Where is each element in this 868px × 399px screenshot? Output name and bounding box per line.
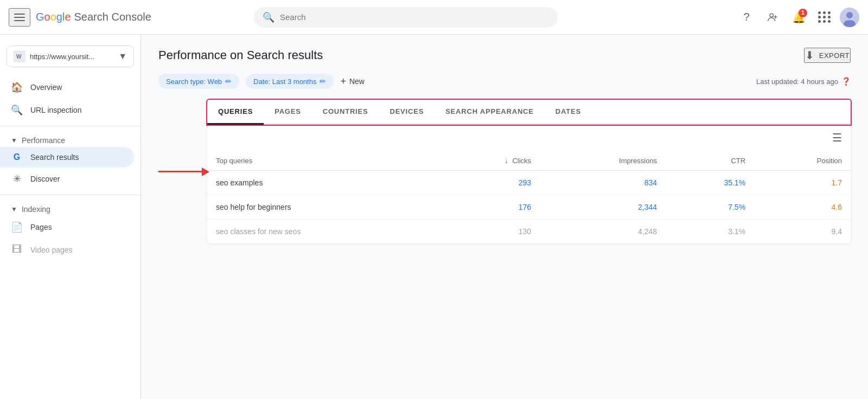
svg-point-0 xyxy=(770,14,773,17)
sidebar-item-video-pages-label: Video pages xyxy=(30,246,73,254)
edit-search-type-icon: ✏ xyxy=(225,77,232,86)
google-g-icon: G xyxy=(11,152,23,162)
cell-query-0: seo examples xyxy=(207,171,439,195)
tab-search-appearance[interactable]: SEARCH APPEARANCE xyxy=(435,100,545,125)
date-label: Date: Last 3 months xyxy=(253,78,316,86)
main-content: Performance on Search results ⬇ EXPORT S… xyxy=(141,35,868,399)
cell-impressions-0: 834 xyxy=(540,171,666,195)
tab-countries[interactable]: COUNTRIES xyxy=(312,100,379,125)
arrow-line xyxy=(158,171,202,172)
table-section: ☰ Top queries ↓ Clicks xyxy=(207,125,851,243)
pages-icon: 📄 xyxy=(11,221,23,233)
layout: W https://www.yoursit... ▼ 🏠 Overview 🔍 … xyxy=(0,35,868,399)
indexing-collapse-arrow: ▼ xyxy=(11,205,17,213)
tab-queries[interactable]: QUERIES xyxy=(207,100,264,125)
cell-ctr-1: 7.5% xyxy=(666,195,754,220)
apps-button[interactable] xyxy=(814,7,835,28)
site-selector[interactable]: W https://www.yoursit... ▼ xyxy=(7,46,134,67)
video-pages-icon: 🎞 xyxy=(11,244,23,255)
cell-clicks-2: 130 xyxy=(439,220,540,244)
discover-icon: ✳ xyxy=(11,173,23,185)
cell-ctr-0: 35.1% xyxy=(666,171,754,195)
header-left: Google Search Console xyxy=(9,8,247,27)
home-icon: 🏠 xyxy=(11,81,23,93)
table-row: seo examples 293 834 35.1% 1.7 xyxy=(207,171,851,195)
help-icon: ? xyxy=(743,11,749,23)
new-filter-button[interactable]: + New xyxy=(340,76,365,87)
sidebar-item-search-results[interactable]: G Search results xyxy=(0,147,134,168)
col-header-clicks[interactable]: ↓ Clicks xyxy=(439,151,540,171)
table-row: seo help for beginners 176 2,344 7.5% 4.… xyxy=(207,195,851,220)
date-chip[interactable]: Date: Last 3 months ✏ xyxy=(246,74,334,89)
avatar[interactable] xyxy=(840,8,859,27)
help-button[interactable]: ? xyxy=(736,7,757,28)
sidebar-item-video-pages[interactable]: 🎞 Video pages xyxy=(0,239,134,261)
download-icon: ⬇ xyxy=(805,49,815,62)
site-favicon: W xyxy=(14,50,25,62)
sidebar-item-pages-label: Pages xyxy=(30,223,52,231)
svg-point-2 xyxy=(846,12,853,18)
notifications-button[interactable]: 🔔 1 xyxy=(788,7,809,28)
cell-impressions-2: 4,248 xyxy=(540,220,666,244)
tab-pages[interactable]: PAGES xyxy=(264,100,312,125)
logo-product-name: Search Console xyxy=(74,11,151,23)
tabs-wrapper: QUERIES PAGES COUNTRIES DEVICES SEARCH A… xyxy=(207,100,851,243)
export-button[interactable]: ⬇ EXPORT xyxy=(804,48,851,63)
filter-row: Search type: Web ✏ Date: Last 3 months ✏… xyxy=(158,74,851,89)
sidebar-indexing-section[interactable]: ▼ Indexing xyxy=(0,200,141,216)
new-filter-label: New xyxy=(349,77,365,86)
sidebar-performance-section[interactable]: ▼ Performance xyxy=(0,131,141,147)
last-updated-help-icon: ❓ xyxy=(841,77,851,86)
export-label: EXPORT xyxy=(819,52,850,60)
cell-clicks-1: 176 xyxy=(439,195,540,220)
url-inspection-icon: 🔍 xyxy=(11,104,23,116)
indexing-section-label: Indexing xyxy=(22,205,50,214)
performance-collapse-arrow: ▼ xyxy=(11,137,17,144)
notification-badge: 1 xyxy=(799,9,807,17)
search-input[interactable] xyxy=(280,12,549,22)
manage-users-button[interactable] xyxy=(762,7,783,28)
table-toolbar: ☰ xyxy=(207,125,851,151)
tab-dates[interactable]: DATES xyxy=(545,100,592,125)
site-url-label: https://www.yoursit... xyxy=(30,53,114,61)
sidebar-divider-1 xyxy=(0,126,141,126)
cell-impressions-1: 2,344 xyxy=(540,195,666,220)
table-header-row: Top queries ↓ Clicks Impressions CTR xyxy=(207,151,851,171)
hamburger-menu[interactable] xyxy=(9,8,30,27)
cell-query-1: seo help for beginners xyxy=(207,195,439,220)
sidebar-divider-2 xyxy=(0,195,141,195)
manage-users-icon xyxy=(767,11,778,23)
col-header-position[interactable]: Position xyxy=(754,151,851,171)
main-header: Performance on Search results ⬇ EXPORT xyxy=(158,48,851,63)
sidebar-item-discover[interactable]: ✳ Discover xyxy=(0,168,134,190)
cell-clicks-0: 293 xyxy=(439,171,540,195)
cell-position-2: 9.4 xyxy=(754,220,851,244)
site-dropdown-arrow: ▼ xyxy=(118,52,127,61)
sort-down-icon: ↓ xyxy=(505,156,508,165)
queries-table: Top queries ↓ Clicks Impressions CTR xyxy=(207,151,851,243)
sidebar: W https://www.yoursit... ▼ 🏠 Overview 🔍 … xyxy=(0,35,141,399)
svg-text:W: W xyxy=(16,54,22,60)
search-type-chip[interactable]: Search type: Web ✏ xyxy=(158,74,239,89)
cell-position-1: 4.6 xyxy=(754,195,851,220)
sidebar-item-overview[interactable]: 🏠 Overview xyxy=(0,76,134,99)
global-search-bar[interactable]: 🔍 xyxy=(254,7,558,28)
cell-position-0: 1.7 xyxy=(754,171,851,195)
column-filter-icon[interactable]: ☰ xyxy=(832,131,842,144)
cell-ctr-2: 3.1% xyxy=(666,220,754,244)
header: Google Search Console 🔍 ? 🔔 1 xyxy=(0,0,868,35)
tab-devices[interactable]: DEVICES xyxy=(379,100,435,125)
col-header-impressions[interactable]: Impressions xyxy=(540,151,666,171)
arrow-head xyxy=(202,168,209,176)
sidebar-item-url-inspection-label: URL inspection xyxy=(30,106,81,114)
col-header-query: Top queries xyxy=(207,151,439,171)
sidebar-item-url-inspection[interactable]: 🔍 URL inspection xyxy=(0,99,134,121)
edit-date-icon: ✏ xyxy=(320,77,326,86)
arrow-annotation xyxy=(158,168,209,176)
col-header-ctr[interactable]: CTR xyxy=(666,151,754,171)
sidebar-item-pages[interactable]: 📄 Pages xyxy=(0,216,134,239)
sidebar-item-discover-label: Discover xyxy=(30,175,60,183)
performance-section-label: Performance xyxy=(22,136,65,145)
header-right: ? 🔔 1 xyxy=(736,7,859,28)
sidebar-item-overview-label: Overview xyxy=(30,83,62,92)
